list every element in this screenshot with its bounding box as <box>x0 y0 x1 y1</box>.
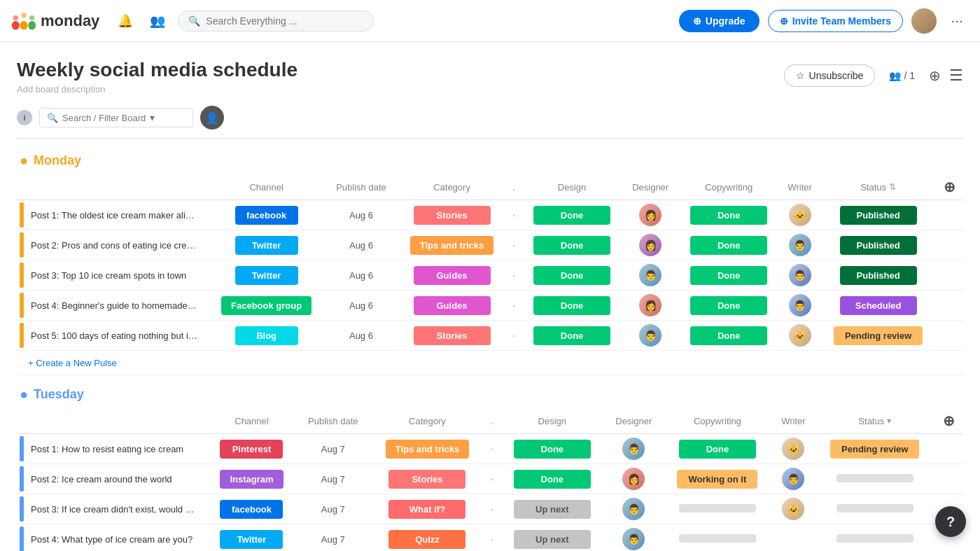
designer-avatar[interactable]: 👨 <box>622 438 645 460</box>
item-name-text[interactable]: Post 1: The oldest ice cream maker alive… <box>24 204 206 226</box>
channel-tag[interactable]: Twitter <box>235 266 298 285</box>
copywriting-status-tag[interactable]: Done <box>679 440 756 459</box>
publish-date-cell[interactable]: Aug 6 <box>324 321 398 351</box>
item-name-text[interactable]: Post 4: Beginner's guide to homemade ic.… <box>24 295 206 316</box>
nav-more-button[interactable]: ⋯ <box>945 11 969 32</box>
channel-tag[interactable]: facebook <box>220 500 283 519</box>
item-name-text[interactable]: Post 1: How to resist eating ice cream <box>24 438 190 460</box>
category-tag[interactable]: What if? <box>388 500 465 519</box>
category-tag[interactable]: Tips and tricks <box>410 236 494 255</box>
board-description[interactable]: Add board description <box>17 84 298 95</box>
publish-date-cell[interactable]: Aug 7 <box>295 434 372 464</box>
writer-avatar[interactable]: 🐱 <box>789 324 811 347</box>
sort-arrows-icon[interactable]: ⇅ <box>889 182 896 192</box>
design-status-tag[interactable]: Done <box>533 296 610 315</box>
status-empty[interactable] <box>836 474 913 482</box>
upgrade-button[interactable]: ⊕ Upgrade <box>679 10 760 32</box>
status-tag[interactable]: Published <box>840 236 917 255</box>
design-status-tag[interactable]: Done <box>533 236 610 255</box>
status-empty[interactable] <box>836 534 913 543</box>
copywriting-status-empty[interactable] <box>679 504 756 512</box>
writer-avatar[interactable]: 👨 <box>789 234 811 256</box>
filter-dropdown-button[interactable]: ▾ <box>150 112 155 123</box>
monday-create-pulse-button[interactable]: + Create a New Pulse <box>28 358 117 368</box>
user-avatar[interactable] <box>911 8 937 34</box>
add-column-tue-button[interactable]: ⊕ <box>943 412 955 429</box>
activity-button[interactable]: ⊕ <box>929 67 941 84</box>
writer-avatar[interactable]: 🐱 <box>782 498 804 520</box>
notifications-button[interactable]: 🔔 <box>113 9 137 33</box>
publish-date-cell[interactable]: Aug 7 <box>295 464 372 494</box>
copywriting-status-tag[interactable]: Done <box>690 236 767 255</box>
design-status-tag[interactable]: Done <box>514 440 591 459</box>
status-tag[interactable]: Published <box>840 206 917 225</box>
designer-avatar[interactable]: 👨 <box>622 498 645 520</box>
publish-date-cell[interactable]: Aug 6 <box>324 200 398 230</box>
info-badge[interactable]: i <box>17 110 32 125</box>
item-name-text[interactable]: Post 2: Ice cream around the world <box>24 468 179 490</box>
copywriting-status-tag[interactable]: Working on it <box>677 470 757 489</box>
category-tag[interactable]: Guides <box>414 296 491 315</box>
members-button[interactable]: 👥 / 1 <box>883 67 920 84</box>
channel-tag[interactable]: Facebook group <box>221 296 312 315</box>
writer-avatar[interactable]: 👨 <box>789 294 811 316</box>
channel-tag[interactable]: Twitter <box>220 530 283 549</box>
channel-tag[interactable]: facebook <box>235 206 298 225</box>
sort-arrows-tue-icon[interactable]: ▾ <box>887 416 891 426</box>
category-tag[interactable]: Stories <box>414 206 491 225</box>
item-name-text[interactable]: Post 2: Pros and cons of eating ice crea… <box>24 235 206 256</box>
category-tag[interactable]: Quizz <box>388 530 465 549</box>
channel-tag[interactable]: Twitter <box>235 236 298 255</box>
channel-tag[interactable]: Instagram <box>220 470 283 489</box>
status-tag[interactable]: Pending review <box>834 326 923 345</box>
design-status-tag[interactable]: Up next <box>514 530 591 549</box>
design-status-tag[interactable]: Done <box>533 266 610 285</box>
item-name-text[interactable]: Post 5: 100 days of eating nothing but i… <box>24 325 206 347</box>
status-empty[interactable] <box>836 504 913 512</box>
logo[interactable]: monday <box>11 11 99 31</box>
channel-tag[interactable]: Blog <box>235 326 298 345</box>
category-tag[interactable]: Tips and tricks <box>386 440 470 459</box>
writer-avatar[interactable]: 🐱 <box>789 204 811 226</box>
publish-date-cell[interactable]: Aug 6 <box>324 260 398 291</box>
category-tag[interactable]: Stories <box>414 326 491 345</box>
people-button[interactable]: 👥 <box>146 9 169 33</box>
writer-avatar[interactable]: 👨 <box>782 468 804 490</box>
item-name-text[interactable]: Post 4: What type of ice cream are you? <box>24 529 200 550</box>
design-status-tag[interactable]: Done <box>514 470 591 489</box>
designer-avatar[interactable]: 👩 <box>622 468 645 490</box>
publish-date-cell[interactable]: Aug 7 <box>295 524 372 552</box>
search-input[interactable] <box>206 15 360 27</box>
designer-avatar[interactable]: 👨 <box>622 528 645 550</box>
category-tag[interactable]: Stories <box>388 470 465 489</box>
design-status-tag[interactable]: Up next <box>514 500 591 519</box>
publish-date-cell[interactable]: Aug 6 <box>324 230 398 260</box>
designer-avatar[interactable]: 👩 <box>639 234 662 256</box>
item-name-text[interactable]: Post 3: Top 10 ice cream spots in town <box>24 265 193 286</box>
design-status-tag[interactable]: Done <box>533 326 610 345</box>
help-button[interactable]: ? <box>935 506 966 537</box>
item-name-text[interactable]: Post 3: If ice cream didn't exist, would… <box>24 498 206 520</box>
publish-date-cell[interactable]: Aug 7 <box>295 494 372 524</box>
add-column-button[interactable]: ⊕ <box>944 179 955 195</box>
designer-avatar[interactable]: 👩 <box>639 204 662 226</box>
copywriting-status-tag[interactable]: Done <box>690 296 767 315</box>
designer-avatar[interactable]: 👨 <box>639 324 662 347</box>
status-tag[interactable]: Scheduled <box>840 296 917 315</box>
tuesday-collapse-button[interactable]: ● <box>20 386 28 403</box>
invite-button[interactable]: ⊕ Invite Team Members <box>768 10 903 32</box>
monday-collapse-button[interactable]: ● <box>20 153 28 169</box>
status-tag[interactable]: Pending review <box>830 440 919 459</box>
designer-avatar[interactable]: 👨 <box>639 264 662 286</box>
status-tag[interactable]: Published <box>840 266 917 285</box>
menu-button[interactable]: ☰ <box>949 67 963 85</box>
category-tag[interactable]: Guides <box>414 266 491 285</box>
writer-avatar[interactable]: 🐱 <box>782 438 804 460</box>
copywriting-status-tag[interactable]: Done <box>690 266 767 285</box>
copywriting-status-tag[interactable]: Done <box>690 326 767 345</box>
design-status-tag[interactable]: Done <box>533 206 610 225</box>
designer-avatar[interactable]: 👩 <box>639 294 662 316</box>
copywriting-status-empty[interactable] <box>679 534 756 543</box>
filter-search-bar[interactable]: 🔍 Search / Filter Board ▾ <box>39 108 193 127</box>
unsubscribe-button[interactable]: ☆ Unsubscribe <box>784 64 876 87</box>
